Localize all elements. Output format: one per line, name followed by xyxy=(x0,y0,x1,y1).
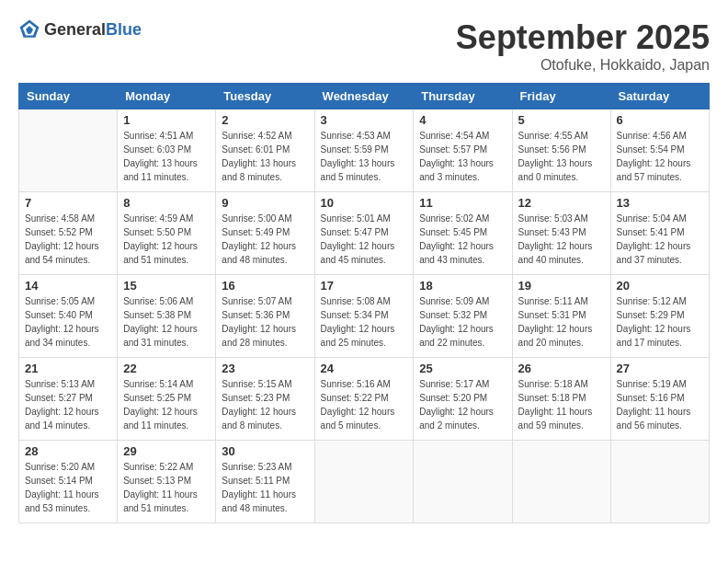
day-number: 11 xyxy=(419,196,506,210)
day-number: 17 xyxy=(321,279,408,293)
day-number: 4 xyxy=(419,113,506,127)
calendar-cell: 4Sunrise: 4:54 AMSunset: 5:57 PMDaylight… xyxy=(414,109,512,192)
day-info: Sunrise: 5:13 AMSunset: 5:27 PMDaylight:… xyxy=(25,377,111,432)
week-row: 1Sunrise: 4:51 AMSunset: 6:03 PMDaylight… xyxy=(19,109,710,192)
calendar-cell: 20Sunrise: 5:12 AMSunset: 5:29 PMDayligh… xyxy=(610,275,709,358)
day-number: 25 xyxy=(419,362,506,375)
week-row: 28Sunrise: 5:20 AMSunset: 5:14 PMDayligh… xyxy=(19,441,710,523)
calendar-cell: 23Sunrise: 5:15 AMSunset: 5:23 PMDayligh… xyxy=(216,358,314,441)
day-number: 27 xyxy=(617,362,703,375)
day-number: 24 xyxy=(321,362,408,375)
day-info: Sunrise: 4:51 AMSunset: 6:03 PMDaylight:… xyxy=(123,129,210,184)
day-info: Sunrise: 5:08 AMSunset: 5:34 PMDaylight:… xyxy=(321,294,408,350)
day-info: Sunrise: 5:09 AMSunset: 5:32 PMDaylight:… xyxy=(419,294,506,350)
day-info: Sunrise: 5:03 AMSunset: 5:43 PMDaylight:… xyxy=(518,212,605,267)
day-number: 28 xyxy=(25,444,111,458)
day-number: 15 xyxy=(123,279,210,293)
day-info: Sunrise: 5:07 AMSunset: 5:36 PMDaylight:… xyxy=(222,294,308,350)
day-number: 29 xyxy=(123,444,210,458)
day-number: 10 xyxy=(321,196,408,210)
weekday-header: Saturday xyxy=(610,84,709,109)
day-info: Sunrise: 5:01 AMSunset: 5:47 PMDaylight:… xyxy=(321,212,408,267)
day-info: Sunrise: 4:55 AMSunset: 5:56 PMDaylight:… xyxy=(518,129,605,184)
week-row: 7Sunrise: 4:58 AMSunset: 5:52 PMDaylight… xyxy=(19,192,710,275)
day-info: Sunrise: 5:19 AMSunset: 5:16 PMDaylight:… xyxy=(617,377,703,432)
day-number: 13 xyxy=(617,196,703,210)
calendar-cell: 18Sunrise: 5:09 AMSunset: 5:32 PMDayligh… xyxy=(414,275,512,358)
calendar-cell: 11Sunrise: 5:02 AMSunset: 5:45 PMDayligh… xyxy=(414,192,512,275)
day-number: 1 xyxy=(123,113,210,127)
day-number: 6 xyxy=(617,113,703,127)
day-number: 8 xyxy=(123,196,210,210)
day-number: 9 xyxy=(222,196,308,210)
calendar-table: SundayMondayTuesdayWednesdayThursdayFrid… xyxy=(18,83,710,523)
calendar-cell: 29Sunrise: 5:22 AMSunset: 5:13 PMDayligh… xyxy=(118,441,216,523)
weekday-header: Sunday xyxy=(19,84,118,109)
day-number: 19 xyxy=(518,279,605,293)
day-info: Sunrise: 5:12 AMSunset: 5:29 PMDaylight:… xyxy=(617,294,703,350)
day-info: Sunrise: 5:16 AMSunset: 5:22 PMDaylight:… xyxy=(321,377,408,432)
weekday-header: Tuesday xyxy=(216,84,314,109)
day-number: 21 xyxy=(25,362,111,375)
day-info: Sunrise: 4:52 AMSunset: 6:01 PMDaylight:… xyxy=(222,129,308,184)
title-block: September 2025 Otofuke, Hokkaido, Japan xyxy=(456,18,710,74)
day-number: 22 xyxy=(123,362,210,375)
logo: GeneralBlue xyxy=(18,18,142,40)
day-info: Sunrise: 4:58 AMSunset: 5:52 PMDaylight:… xyxy=(25,212,111,267)
day-info: Sunrise: 5:22 AMSunset: 5:13 PMDaylight:… xyxy=(123,460,210,515)
calendar-cell: 12Sunrise: 5:03 AMSunset: 5:43 PMDayligh… xyxy=(512,192,610,275)
weekday-header: Wednesday xyxy=(314,84,414,109)
week-row: 21Sunrise: 5:13 AMSunset: 5:27 PMDayligh… xyxy=(19,358,710,441)
day-number: 16 xyxy=(222,279,308,293)
day-number: 14 xyxy=(25,279,111,293)
day-info: Sunrise: 5:00 AMSunset: 5:49 PMDaylight:… xyxy=(222,212,308,267)
day-info: Sunrise: 5:14 AMSunset: 5:25 PMDaylight:… xyxy=(123,377,210,432)
calendar-cell: 27Sunrise: 5:19 AMSunset: 5:16 PMDayligh… xyxy=(610,358,709,441)
calendar-cell: 5Sunrise: 4:55 AMSunset: 5:56 PMDaylight… xyxy=(512,109,610,192)
day-info: Sunrise: 4:54 AMSunset: 5:57 PMDaylight:… xyxy=(419,129,506,184)
week-row: 14Sunrise: 5:05 AMSunset: 5:40 PMDayligh… xyxy=(19,275,710,358)
day-number: 3 xyxy=(321,113,408,127)
calendar-cell: 6Sunrise: 4:56 AMSunset: 5:54 PMDaylight… xyxy=(610,109,709,192)
day-number: 30 xyxy=(222,444,308,458)
weekday-header: Friday xyxy=(512,84,610,109)
day-info: Sunrise: 5:20 AMSunset: 5:14 PMDaylight:… xyxy=(25,460,111,515)
day-number: 26 xyxy=(518,362,605,375)
day-info: Sunrise: 5:17 AMSunset: 5:20 PMDaylight:… xyxy=(419,377,506,432)
day-info: Sunrise: 5:11 AMSunset: 5:31 PMDaylight:… xyxy=(518,294,605,350)
calendar-cell: 24Sunrise: 5:16 AMSunset: 5:22 PMDayligh… xyxy=(314,358,414,441)
day-info: Sunrise: 5:02 AMSunset: 5:45 PMDaylight:… xyxy=(419,212,506,267)
weekday-header: Thursday xyxy=(414,84,512,109)
calendar-cell: 2Sunrise: 4:52 AMSunset: 6:01 PMDaylight… xyxy=(216,109,314,192)
calendar-cell: 3Sunrise: 4:53 AMSunset: 5:59 PMDaylight… xyxy=(314,109,414,192)
day-info: Sunrise: 5:04 AMSunset: 5:41 PMDaylight:… xyxy=(617,212,703,267)
calendar-cell: 16Sunrise: 5:07 AMSunset: 5:36 PMDayligh… xyxy=(216,275,314,358)
day-info: Sunrise: 4:53 AMSunset: 5:59 PMDaylight:… xyxy=(321,129,408,184)
calendar-cell: 7Sunrise: 4:58 AMSunset: 5:52 PMDaylight… xyxy=(19,192,118,275)
calendar-cell: 28Sunrise: 5:20 AMSunset: 5:14 PMDayligh… xyxy=(19,441,118,523)
calendar-cell: 17Sunrise: 5:08 AMSunset: 5:34 PMDayligh… xyxy=(314,275,414,358)
weekday-header: Monday xyxy=(118,84,216,109)
calendar-cell: 30Sunrise: 5:23 AMSunset: 5:11 PMDayligh… xyxy=(216,441,314,523)
weekday-header-row: SundayMondayTuesdayWednesdayThursdayFrid… xyxy=(19,84,710,109)
day-info: Sunrise: 4:56 AMSunset: 5:54 PMDaylight:… xyxy=(617,129,703,184)
day-number: 20 xyxy=(617,279,703,293)
page-header: GeneralBlue September 2025 Otofuke, Hokk… xyxy=(18,18,710,74)
location-title: Otofuke, Hokkaido, Japan xyxy=(456,57,710,74)
day-number: 18 xyxy=(419,279,506,293)
day-info: Sunrise: 5:15 AMSunset: 5:23 PMDaylight:… xyxy=(222,377,308,432)
day-info: Sunrise: 5:05 AMSunset: 5:40 PMDaylight:… xyxy=(25,294,111,350)
calendar-cell: 10Sunrise: 5:01 AMSunset: 5:47 PMDayligh… xyxy=(314,192,414,275)
day-info: Sunrise: 5:18 AMSunset: 5:18 PMDaylight:… xyxy=(518,377,605,432)
month-title: September 2025 xyxy=(456,18,710,57)
calendar-cell: 14Sunrise: 5:05 AMSunset: 5:40 PMDayligh… xyxy=(19,275,118,358)
calendar-cell xyxy=(414,441,512,523)
day-info: Sunrise: 5:06 AMSunset: 5:38 PMDaylight:… xyxy=(123,294,210,350)
calendar-cell: 25Sunrise: 5:17 AMSunset: 5:20 PMDayligh… xyxy=(414,358,512,441)
calendar-cell: 1Sunrise: 4:51 AMSunset: 6:03 PMDaylight… xyxy=(118,109,216,192)
calendar-cell: 26Sunrise: 5:18 AMSunset: 5:18 PMDayligh… xyxy=(512,358,610,441)
calendar-cell: 9Sunrise: 5:00 AMSunset: 5:49 PMDaylight… xyxy=(216,192,314,275)
day-info: Sunrise: 4:59 AMSunset: 5:50 PMDaylight:… xyxy=(123,212,210,267)
calendar-cell: 22Sunrise: 5:14 AMSunset: 5:25 PMDayligh… xyxy=(118,358,216,441)
day-number: 7 xyxy=(25,196,111,210)
